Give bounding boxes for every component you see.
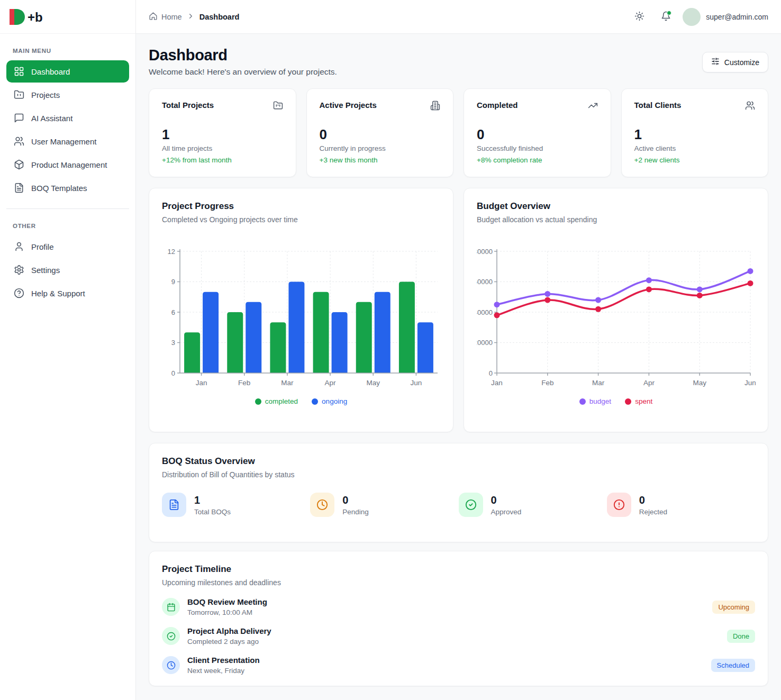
chevron-right-icon — [187, 12, 195, 22]
page-header: Dashboard Welcome back! Here's an overvi… — [149, 47, 768, 77]
svg-text:40000: 40000 — [477, 308, 493, 316]
sidebar-item-label: Product Management — [31, 160, 107, 169]
stat-title: Completed — [477, 101, 518, 110]
budget-overview-line-chart: 020000400006000080000JanFebMarAprMayJun — [477, 246, 755, 391]
svg-text:May: May — [693, 379, 706, 387]
svg-text:Feb: Feb — [541, 379, 553, 387]
sidebar: +b MAIN MENU Dashboard Projects — [0, 0, 136, 700]
sidebar-item-projects[interactable]: Projects — [6, 84, 129, 106]
users-icon — [14, 136, 24, 147]
timeline-item-boq-review: BOQ Review Meeting Tomorrow, 10:00 AM Up… — [162, 597, 755, 616]
status-badge: Scheduled — [711, 659, 755, 672]
svg-text:Mar: Mar — [592, 379, 605, 387]
boq-item-approved: 0 Approved — [459, 493, 607, 517]
project-progress-card: Project Progress Completed vs Ongoing pr… — [149, 188, 453, 432]
breadcrumb-current: Dashboard — [199, 13, 240, 21]
clock-icon — [162, 656, 180, 674]
sidebar-item-help-support[interactable]: Help & Support — [6, 282, 129, 304]
stat-delta: +2 new clients — [634, 156, 756, 164]
boq-value: 0 — [342, 494, 369, 506]
stat-title: Active Projects — [320, 101, 377, 110]
boq-item-pending: 0 Pending — [310, 493, 458, 517]
sidebar-item-settings[interactable]: Settings — [6, 259, 129, 281]
timeline-item-title: Client Presentation — [187, 656, 704, 665]
boq-label: Approved — [491, 508, 522, 516]
breadcrumb-home-link[interactable]: Home — [149, 12, 182, 22]
sidebar-item-label: Settings — [31, 266, 60, 275]
chart-subtitle: Completed vs Ongoing projects over time — [162, 215, 440, 224]
timeline-item-subtitle: Next week, Friday — [187, 667, 704, 675]
legend-item: completed — [255, 397, 298, 405]
sidebar-item-boq-templates[interactable]: BOQ Templates — [6, 177, 129, 199]
stat-title: Total Projects — [162, 101, 214, 110]
home-icon — [149, 12, 158, 22]
stat-value: 1 — [162, 126, 283, 143]
legend-item: ongoing — [312, 397, 347, 405]
section-label-main-menu: MAIN MENU — [0, 34, 135, 60]
svg-text:Apr: Apr — [325, 379, 337, 387]
page-title: Dashboard — [149, 47, 337, 64]
notifications-button[interactable] — [656, 7, 675, 26]
chart-title: Budget Overview — [477, 201, 755, 212]
sidebar-item-product-management[interactable]: Product Management — [6, 153, 129, 176]
stat-description: Currently in progress — [320, 144, 441, 152]
svg-text:Jan: Jan — [196, 379, 207, 387]
timeline-item-title: BOQ Review Meeting — [187, 597, 705, 606]
main-area: Home Dashboard — [136, 0, 781, 700]
main-menu: Dashboard Projects AI Assistant User Man… — [0, 60, 135, 200]
layout-grid-icon — [14, 66, 24, 77]
svg-text:6: 6 — [171, 308, 175, 316]
svg-text:+b: +b — [28, 10, 43, 24]
budget-overview-legend: budgetspent — [477, 397, 755, 405]
alert-circle-icon — [607, 493, 631, 517]
chart-title: Project Progress — [162, 201, 440, 212]
theme-toggle-button[interactable] — [630, 7, 649, 26]
svg-text:Feb: Feb — [238, 379, 250, 387]
stat-cards: Total Projects 1 All time projects +12% … — [149, 88, 768, 177]
dplusb-logo-icon: +b — [8, 7, 67, 26]
svg-text:May: May — [366, 379, 380, 387]
sidebar-item-profile[interactable]: Profile — [6, 235, 129, 258]
customize-button[interactable]: Customize — [702, 52, 768, 72]
svg-text:20000: 20000 — [477, 339, 493, 347]
boq-label: Total BOQs — [194, 508, 231, 516]
stat-card-total-projects: Total Projects 1 All time projects +12% … — [149, 88, 296, 177]
avatar — [683, 8, 701, 26]
chart-subtitle: Budget allocation vs actual spending — [477, 215, 755, 224]
timeline-subtitle: Upcoming milestones and deadlines — [162, 578, 755, 587]
boq-value: 1 — [194, 494, 231, 506]
boq-value: 0 — [491, 494, 522, 506]
svg-text:0: 0 — [171, 369, 175, 377]
sliders-icon — [711, 57, 720, 67]
sidebar-item-label: Profile — [31, 242, 54, 251]
sidebar-item-user-management[interactable]: User Management — [6, 130, 129, 152]
boq-item-rejected: 0 Rejected — [607, 493, 755, 517]
help-circle-icon — [14, 288, 24, 298]
status-badge: Upcoming — [712, 601, 755, 614]
boq-items: 1 Total BOQs 0 Pending — [162, 493, 755, 517]
stat-card-total-clients: Total Clients 1 Active clients +2 new cl… — [621, 88, 769, 177]
message-square-icon — [14, 113, 24, 123]
svg-text:3: 3 — [171, 339, 175, 347]
calendar-icon — [162, 598, 180, 616]
brand-logo[interactable]: +b — [0, 0, 135, 34]
gear-icon — [14, 265, 24, 275]
topbar-actions: super@admin.com — [630, 7, 768, 26]
svg-text:Apr: Apr — [643, 379, 655, 387]
sidebar-item-ai-assistant[interactable]: AI Assistant — [6, 107, 129, 129]
stat-card-completed: Completed 0 Successfully finished +8% co… — [464, 88, 611, 177]
sun-icon — [634, 11, 644, 23]
notification-dot — [667, 11, 671, 15]
sidebar-item-dashboard[interactable]: Dashboard — [6, 60, 129, 83]
legend-item: spent — [625, 397, 652, 405]
folder-icon — [14, 89, 24, 100]
svg-text:0: 0 — [489, 369, 493, 377]
app-root: +b MAIN MENU Dashboard Projects — [0, 0, 781, 700]
user-menu[interactable]: super@admin.com — [683, 8, 768, 26]
file-text-icon — [14, 183, 24, 193]
svg-text:Jan: Jan — [491, 379, 503, 387]
stat-value: 1 — [634, 126, 756, 143]
sidebar-item-label: BOQ Templates — [31, 184, 87, 193]
sidebar-item-label: Dashboard — [31, 67, 70, 76]
sidebar-item-label: Projects — [31, 90, 60, 99]
